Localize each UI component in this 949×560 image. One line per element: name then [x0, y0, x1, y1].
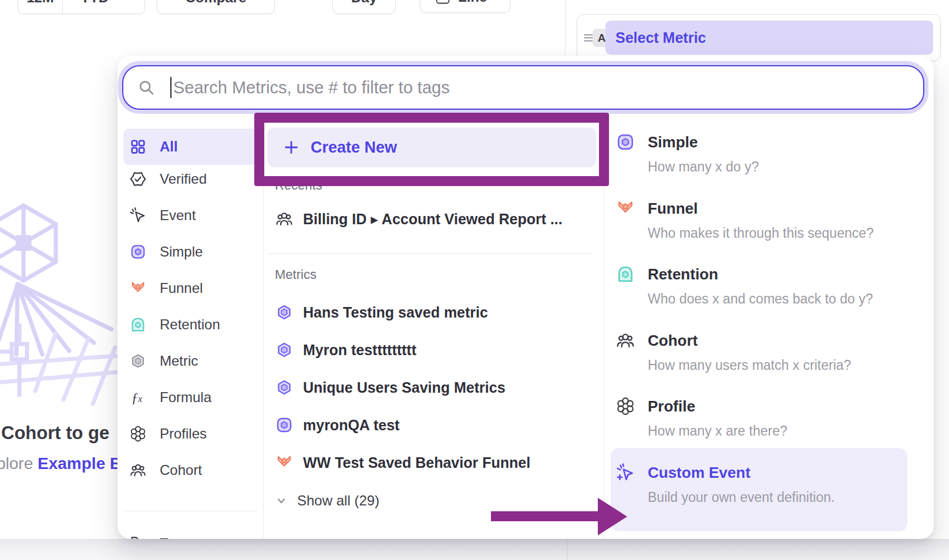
metric-type-description: How many x are there? [648, 423, 788, 439]
saved-metric-label: myronQA test [303, 417, 399, 434]
sidebar-item-label: Verified [160, 171, 207, 187]
metric-type-title: Custom Event [648, 464, 751, 482]
middle-divider [267, 254, 593, 254]
sidebar-item-label: Metric [160, 353, 198, 369]
metric-type-title: Simple [648, 133, 698, 151]
saved-metric-myron-testtttttttt[interactable]: Myron testtttttttt [275, 332, 416, 368]
metrics-heading: Metrics [275, 267, 317, 282]
simple-icon [615, 132, 635, 152]
example-link[interactable]: Example [38, 454, 105, 473]
sidebar-item-label: All [160, 139, 178, 155]
sidebar-item-label: Event [160, 207, 196, 224]
saved-metric-myronqa-test[interactable]: myronQA test [275, 407, 399, 443]
metric-type-description: Build your own event definition. [648, 490, 834, 505]
create-new-button[interactable]: Create New [267, 127, 596, 167]
metric-picker-dropdown: Search Metrics, use # to filter to tags … [117, 56, 934, 539]
recents-heading: Recents [275, 178, 322, 193]
sidebar-item-funnel[interactable]: Funnel [123, 270, 260, 306]
sidebar-item-event[interactable]: Event [123, 197, 260, 234]
show-all-label: Show all (29) [297, 492, 379, 509]
select-metric-chip[interactable]: Select Metric [605, 21, 933, 55]
metric-purple-icon [275, 340, 294, 359]
saved-metric-ww-test-saved-behavior-funnel[interactable]: WW Test Saved Behavior Funnel [275, 444, 530, 481]
saved-metric-label: WW Test Saved Behavior Funnel [303, 454, 530, 471]
simple-icon [275, 416, 294, 434]
chart-type-line-button[interactable]: Line [420, 0, 510, 13]
saved-metric-label: Myron testtttttttt [303, 342, 416, 359]
compare-button[interactable]: Compare [157, 0, 275, 14]
event-cursor-icon [129, 207, 147, 224]
panel-divider [565, 0, 566, 56]
sidebar-item-profiles[interactable]: Profiles [123, 416, 260, 452]
metric-purple-icon [275, 378, 294, 397]
sidebar-item-label: Retention [160, 316, 220, 333]
empty-state-headline: Cohort to ge [1, 423, 109, 444]
text-cursor [170, 77, 171, 98]
saved-metric-hans-testing-saved-metric[interactable]: Hans Testing saved metric [275, 294, 488, 330]
interval-day-button[interactable]: Day [332, 0, 396, 14]
retention-icon [615, 264, 635, 284]
saved-metric-label: Unique Users Saving Metrics [303, 379, 506, 396]
metric-purple-icon [275, 303, 294, 322]
chevron-down-icon [274, 493, 289, 508]
formula-icon: ƒx [129, 389, 147, 406]
metric-type-profile[interactable]: ProfileHow many x are there? [615, 393, 921, 451]
metric-type-funnel[interactable]: FunnelWho makes it through this sequence… [615, 195, 921, 254]
column-divider [604, 114, 604, 539]
metric-type-description: Who does x and comes back to do y? [648, 291, 873, 307]
retention-icon [129, 316, 147, 333]
sidebar-item-metric[interactable]: Metric [123, 343, 260, 379]
metric-type-cohort[interactable]: CohortHow many users match x criteria? [615, 327, 921, 386]
metric-type-description: Who makes it through this sequence? [648, 225, 874, 241]
svg-text:ƒ: ƒ [132, 390, 138, 405]
metric-type-simple[interactable]: SimpleHow many x do y? [615, 129, 921, 187]
line-chart-icon [435, 0, 451, 5]
search-placeholder: Search Metrics, use # to filter to tags [173, 78, 450, 97]
range-ytd-button[interactable]: YTD [63, 0, 144, 14]
subtext-fragment: xplore [0, 454, 33, 473]
profiles-icon [615, 396, 635, 416]
cohort-icon [615, 330, 635, 350]
metric-type-custom-event[interactable]: Custom EventBuild your own event definit… [615, 459, 921, 518]
profiles-icon [129, 425, 147, 443]
empty-state-subtext: xplore Example B [0, 454, 122, 473]
metric-type-title: Funnel [648, 200, 698, 218]
sidebar-item-retention[interactable]: Retention [123, 306, 260, 343]
grid-icon [129, 138, 147, 156]
metric-type-description: How many users match x criteria? [648, 357, 851, 373]
create-new-label: Create New [311, 139, 397, 157]
sidebar-item-label: Tags [160, 535, 190, 539]
search-input[interactable]: Search Metrics, use # to filter to tags [122, 65, 924, 110]
show-all-button[interactable]: Show all (29) [274, 483, 379, 519]
sidebar-item-all[interactable]: All [123, 129, 260, 165]
mixpanel-metric-picker-screen: 12M YTD Compare Day Line A Select Metric [0, 0, 949, 560]
sidebar-item-label: Formula [160, 389, 211, 406]
plus-icon [282, 139, 300, 156]
metric-type-retention[interactable]: RetentionWho does x and comes back to do… [615, 261, 921, 319]
range-12m-button[interactable]: 12M [18, 0, 63, 14]
metric-type-title: Retention [648, 265, 718, 284]
sidebar-item-simple[interactable]: Simple [123, 234, 260, 270]
svg-text:x: x [137, 394, 142, 404]
wireframe-illustration [0, 197, 117, 555]
line-button-label: Line [458, 0, 487, 5]
sidebar-item-cohort[interactable]: Cohort [123, 452, 260, 488]
range-ytd-label: YTD [80, 0, 109, 6]
sidebar-divider [124, 511, 257, 511]
sidebar-item-verified[interactable]: Verified [123, 161, 260, 197]
sidebar-item-formula[interactable]: ƒxFormula [123, 379, 260, 416]
sidebar-item-label: Simple [160, 244, 203, 260]
saved-metric-label: Hans Testing saved metric [303, 304, 488, 321]
page-bottom-strip [0, 539, 949, 560]
search-icon [137, 79, 155, 96]
saved-metric-unique-users-saving-metrics[interactable]: Unique Users Saving Metrics [275, 369, 506, 406]
cohort-icon [275, 210, 294, 228]
metric-icon [129, 352, 147, 370]
funnel-icon [129, 279, 147, 297]
sidebar-item-label: Funnel [160, 280, 203, 296]
column-divider [263, 114, 264, 539]
chevron-down-icon [114, 0, 127, 4]
sidebar-item-tags[interactable]: Tags [123, 525, 260, 539]
recent-item[interactable]: Billing ID ▸ Account Viewed Report ... [275, 201, 563, 237]
verified-icon [129, 170, 147, 188]
